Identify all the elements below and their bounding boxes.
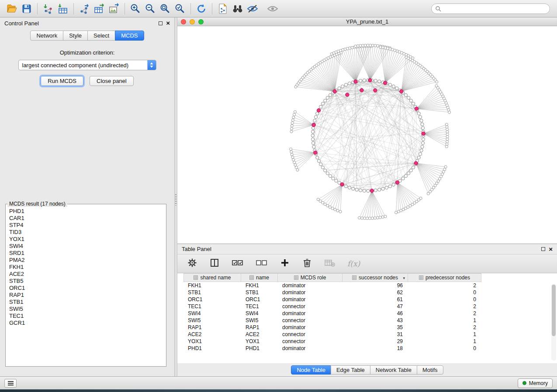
select-all-icon[interactable] <box>232 258 244 270</box>
show-columns-icon[interactable] <box>209 258 220 270</box>
table-row[interactable]: ACE2ACE2connector311 <box>177 331 557 338</box>
table-cell: ACE2 <box>183 331 241 338</box>
mcds-result-item[interactable]: PMA2 <box>9 257 166 264</box>
table-settings-gear-icon[interactable] <box>187 258 197 270</box>
tab-network[interactable]: Network <box>30 31 63 41</box>
hide-graphics-icon[interactable] <box>245 2 260 15</box>
table-scrollbar[interactable] <box>551 284 556 361</box>
open-session-icon[interactable] <box>4 2 19 15</box>
export-table-icon[interactable] <box>92 2 107 15</box>
float-panel-icon[interactable] <box>159 21 163 25</box>
mcds-result-item[interactable]: ORC1 <box>9 285 166 292</box>
table-row[interactable]: TEC1TEC1connector472 <box>177 303 557 310</box>
memory-button[interactable]: Memory <box>518 378 553 388</box>
search-input[interactable] <box>443 6 546 12</box>
export-network-icon[interactable] <box>77 2 92 15</box>
mcds-result-item[interactable]: STB1 <box>9 299 166 306</box>
tab-select[interactable]: Select <box>87 31 115 41</box>
run-mcds-button[interactable]: Run MCDS <box>41 76 83 86</box>
mcds-result-item[interactable]: ACE2 <box>9 271 166 278</box>
network-graph[interactable] <box>177 26 557 244</box>
zoom-selected-icon[interactable] <box>173 2 187 15</box>
mcds-result-item[interactable]: FKH1 <box>9 264 166 271</box>
deselect-all-icon[interactable] <box>256 258 268 270</box>
mcds-result-item[interactable]: STB5 <box>9 278 166 285</box>
share-document-icon[interactable] <box>215 2 230 15</box>
toolbar-separator <box>212 3 212 14</box>
mcds-result-item[interactable]: SRD1 <box>9 250 166 257</box>
mcds-result-item[interactable]: SWI4 <box>9 243 166 250</box>
table-cell: ORC1 <box>183 296 241 303</box>
column-header-MCDS-role[interactable]: MCDS role <box>278 273 343 282</box>
table-cell: STB1 <box>241 289 278 296</box>
tab-motifs[interactable]: Motifs <box>417 365 443 375</box>
column-header-name[interactable]: name <box>241 273 278 282</box>
mcds-result-item[interactable]: PHD1 <box>9 208 166 215</box>
tab-edge-table[interactable]: Edge Table <box>331 365 370 375</box>
delete-column-icon[interactable] <box>302 258 312 270</box>
table-body: FKH1FKH1dominator962STB1STB1dominator620… <box>177 282 557 352</box>
table-row[interactable]: SWI4SWI4dominator462 <box>177 310 557 317</box>
mcds-result-item[interactable]: TEC1 <box>9 313 166 320</box>
table-cell: YOX1 <box>183 338 241 345</box>
toolbar-separator <box>190 3 191 14</box>
column-header-successor-nodes[interactable]: successor nodes▾ <box>343 273 408 282</box>
close-panel-button[interactable]: Close panel <box>90 76 134 86</box>
table-row[interactable]: STB1STB1dominator620 <box>177 289 557 296</box>
close-panel-icon[interactable]: × <box>166 21 170 25</box>
mcds-result-item[interactable]: RAP1 <box>9 292 166 299</box>
table-row[interactable]: FKH1FKH1dominator962 <box>177 282 557 289</box>
mcds-result-item[interactable]: YOX1 <box>9 236 166 243</box>
column-header-shared-name[interactable]: shared name <box>183 273 241 282</box>
table-row[interactable]: ORC1ORC1dominator610 <box>177 296 557 303</box>
table-row[interactable]: RAP1RAP1dominator352 <box>177 324 557 331</box>
delete-table-icon-disabled <box>324 258 336 270</box>
add-column-icon[interactable] <box>280 258 290 270</box>
column-header-predecessor-nodes[interactable]: predecessor nodes <box>408 273 481 282</box>
table-row[interactable]: YOX1YOX1connector291 <box>177 338 557 345</box>
zoom-fit-icon[interactable] <box>158 2 173 15</box>
criterion-select[interactable]: largest connected component (undirected) <box>18 60 156 70</box>
zoom-out-icon[interactable] <box>143 2 158 15</box>
save-session-icon[interactable] <box>19 2 34 15</box>
search-field[interactable] <box>431 3 550 14</box>
mcds-result-item[interactable]: GCR1 <box>9 320 166 327</box>
tab-mcds[interactable]: MCDS <box>115 31 144 41</box>
table-cell: YOX1 <box>241 338 278 345</box>
status-menu-button[interactable] <box>4 379 17 388</box>
node-table: shared namenameMCDS rolesuccessor nodes▾… <box>177 273 557 363</box>
network-window-titlebar[interactable]: YPA_prune.txt_1 <box>177 17 557 26</box>
table-cell: SWI4 <box>183 310 241 317</box>
search-network-icon[interactable] <box>230 2 245 15</box>
table-cell: connector <box>278 331 343 338</box>
table-cell: dominator <box>278 345 343 352</box>
export-image-icon[interactable] <box>107 2 121 15</box>
import-network-icon[interactable] <box>41 2 55 15</box>
table-row[interactable]: SWI5SWI5connector431 <box>177 317 557 324</box>
table-row[interactable]: PHD1PHD1dominator180 <box>177 345 557 352</box>
mcds-result-item[interactable]: CAR1 <box>9 215 166 222</box>
import-table-icon[interactable] <box>55 2 70 15</box>
table-cell: TEC1 <box>183 303 241 310</box>
close-table-panel-icon[interactable]: × <box>549 247 553 251</box>
table-cell: FKH1 <box>241 282 278 289</box>
table-cell: 1 <box>408 331 481 338</box>
table-cell: 1 <box>408 317 481 324</box>
column-filter-dropdown-icon[interactable]: ▾ <box>403 276 405 280</box>
mcds-result-item[interactable]: SWI5 <box>9 306 166 313</box>
tab-node-table[interactable]: Node Table <box>291 365 331 375</box>
table-header-row: shared namenameMCDS rolesuccessor nodes▾… <box>177 273 557 282</box>
mcds-result-item[interactable]: STP4 <box>9 222 166 229</box>
show-graphics-icon[interactable] <box>265 2 280 15</box>
float-table-panel-icon[interactable] <box>541 247 545 251</box>
toolbar-separator <box>37 3 38 14</box>
table-cell: 35 <box>343 324 408 331</box>
refresh-layout-icon[interactable] <box>194 2 209 15</box>
table-cell: FKH1 <box>183 282 241 289</box>
zoom-in-icon[interactable] <box>128 2 143 15</box>
tab-network-table[interactable]: Network Table <box>370 365 417 375</box>
column-grid-icon <box>294 275 298 280</box>
scrollbar-thumb[interactable] <box>552 285 556 336</box>
mcds-result-item[interactable]: TID3 <box>9 229 166 236</box>
tab-style[interactable]: Style <box>63 31 88 41</box>
